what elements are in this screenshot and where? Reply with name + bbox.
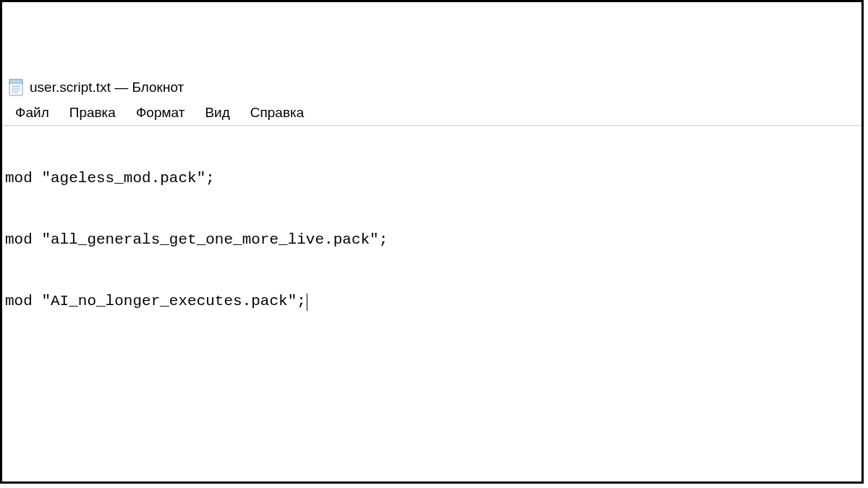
menu-help[interactable]: Справка bbox=[240, 103, 315, 122]
notepad-icon bbox=[8, 78, 24, 97]
notepad-window: user.script.txt — Блокнот Файл Правка Фо… bbox=[2, 73, 861, 481]
editor-line-text: mod "AI_no_longer_executes.pack"; bbox=[5, 293, 306, 309]
editor-line: mod "all_generals_get_one_more_live.pack… bbox=[5, 230, 859, 250]
menu-view[interactable]: Вид bbox=[195, 103, 239, 122]
menu-edit[interactable]: Правка bbox=[59, 103, 126, 122]
menubar: Файл Правка Формат Вид Справка bbox=[2, 100, 861, 126]
text-cursor bbox=[307, 294, 307, 311]
svg-rect-1 bbox=[9, 80, 22, 83]
editor-line: mod "ageless_mod.pack"; bbox=[5, 168, 859, 189]
menu-file[interactable]: Файл bbox=[5, 103, 59, 122]
menu-format[interactable]: Формат bbox=[126, 103, 195, 122]
outer-frame: user.script.txt — Блокнот Файл Правка Фо… bbox=[0, 0, 864, 484]
editor-line: mod "AI_no_longer_executes.pack"; bbox=[5, 291, 859, 312]
text-editor-area[interactable]: mod "ageless_mod.pack"; mod "all_general… bbox=[2, 126, 861, 354]
window-title: user.script.txt — Блокнот bbox=[30, 80, 184, 95]
titlebar: user.script.txt — Блокнот bbox=[2, 73, 861, 100]
